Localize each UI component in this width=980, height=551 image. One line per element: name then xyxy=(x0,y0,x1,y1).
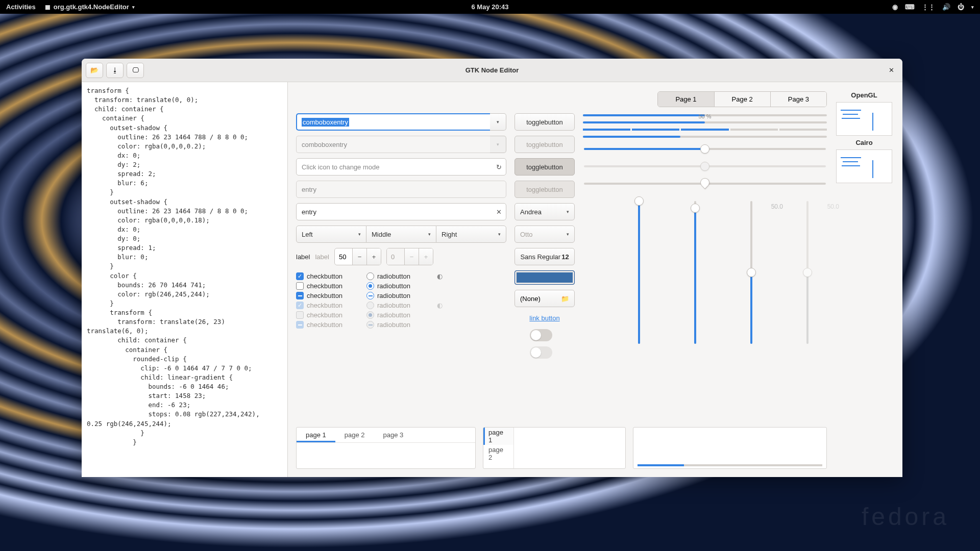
accessibility-icon[interactable]: ◉ xyxy=(892,3,898,11)
checkbutton-dis-checked: checkbutton xyxy=(296,302,357,309)
slider-h1[interactable] xyxy=(584,148,826,150)
togglebutton-4: togglebutton xyxy=(514,181,575,198)
checkbutton-checked[interactable]: checkbutton xyxy=(296,272,357,280)
radiobutton-checked[interactable]: radiobutton xyxy=(366,282,428,290)
checkbutton-dis-unchecked: checkbutton xyxy=(296,311,357,319)
togglebutton-3[interactable]: togglebutton xyxy=(514,158,575,176)
refresh-icon[interactable]: ↻ xyxy=(496,163,502,171)
network-icon[interactable]: ⋮⋮ xyxy=(922,3,935,11)
renderer-opengl-label: OpenGL xyxy=(851,91,877,99)
comboboxentry-1-input[interactable]: comboboxentry xyxy=(296,113,490,131)
slider-h3-marker[interactable] xyxy=(584,183,826,185)
slider-v4: 50.0 xyxy=(797,201,818,344)
notebook-bottom-c xyxy=(633,427,827,469)
name-dropdown-disabled: Otto xyxy=(514,226,575,243)
comboboxentry-2-dropdown: ▾ xyxy=(490,136,506,153)
spinner-icon: ◐ xyxy=(437,272,452,280)
comboboxentry-2-input: comboboxentry xyxy=(296,136,490,153)
code-editor[interactable]: transform { transform: translate(0, 0); … xyxy=(82,82,288,477)
togglebutton-1[interactable]: togglebutton xyxy=(514,113,575,131)
thumbnail-cairo[interactable] xyxy=(836,149,892,183)
file-chooser-button[interactable]: (None)📁 xyxy=(514,290,575,307)
entry-value: entry xyxy=(302,208,316,216)
spinbutton-2: 0 − + xyxy=(386,248,433,265)
entry-clearable[interactable]: entry ✕ xyxy=(296,203,506,220)
bottom-a-tab3[interactable]: page 3 xyxy=(374,428,413,442)
tab-page1[interactable]: Page 1 xyxy=(658,92,714,107)
radiobutton-dis-unchecked: radiobutton xyxy=(366,302,428,309)
download-icon: ⭳ xyxy=(112,66,118,74)
slider-v2[interactable] xyxy=(685,201,705,344)
dropdown-right[interactable]: Right xyxy=(436,226,506,243)
notebook-bottom-a: page 1 page 2 page 3 xyxy=(296,427,476,469)
levelbar-1 xyxy=(583,129,827,131)
preview-pane: Page 1 Page 2 Page 3 comboboxentry ▾ com… xyxy=(288,82,902,477)
slider-h2 xyxy=(584,165,826,167)
spinbutton-2-minus: − xyxy=(404,248,419,265)
linked-dropdowns: Left Middle Right xyxy=(296,226,506,243)
node-editor-window: 📂 ⭳ 🖵 GTK Node Editor ✕ transform { tran… xyxy=(82,59,902,477)
dropdown-middle[interactable]: Middle xyxy=(366,226,436,243)
tab-page2[interactable]: Page 2 xyxy=(715,92,771,107)
folder-open-icon: 📂 xyxy=(90,66,99,74)
power-icon[interactable]: ⏻ xyxy=(958,3,964,11)
export-button[interactable]: 🖵 xyxy=(127,63,144,78)
spin-label-1: label xyxy=(296,253,310,261)
checkbutton-dis-mixed: checkbutton xyxy=(296,321,357,329)
close-button[interactable]: ✕ xyxy=(885,64,897,77)
clock[interactable]: 6 May 20:43 xyxy=(472,3,509,11)
app-menu[interactable]: ◼ org.gtk.gtk4.NodeEditor xyxy=(45,3,135,11)
link-button[interactable]: link button xyxy=(514,314,575,322)
spin-label-2: label xyxy=(315,253,329,261)
progressbar-2 xyxy=(583,121,827,123)
bottom-b-tab2[interactable]: page 2 xyxy=(483,445,513,462)
app-icon: ◼ xyxy=(45,3,51,11)
spinbutton-1-minus[interactable]: − xyxy=(352,248,366,265)
dropdown-left[interactable]: Left xyxy=(296,226,366,243)
renderer-cairo-label: Cairo xyxy=(855,139,872,146)
renderer-sidebar: OpenGL Cairo xyxy=(834,91,894,469)
spinbutton-2-plus: + xyxy=(419,248,433,265)
titlebar: 📂 ⭳ 🖵 GTK Node Editor ✕ xyxy=(82,59,902,82)
comboboxentry-1-dropdown[interactable]: ▾ xyxy=(490,113,506,131)
check-radio-grid: checkbutton radiobutton ◐ checkbutton ra… xyxy=(296,272,506,329)
checkbutton-unchecked[interactable]: checkbutton xyxy=(296,282,357,290)
name-dropdown[interactable]: Andrea xyxy=(514,203,575,220)
app-name-label: org.gtk.gtk4.NodeEditor xyxy=(54,3,129,11)
comboboxentry-2: comboboxentry ▾ xyxy=(296,136,506,153)
slider-v3[interactable]: 50.0 xyxy=(741,201,762,344)
radiobutton-mixed[interactable]: radiobutton xyxy=(366,292,428,299)
switch-2 xyxy=(530,346,552,359)
spinbutton-1-value[interactable]: 50 xyxy=(335,248,352,265)
bottom-b-tab1[interactable]: page 1 xyxy=(483,428,513,445)
color-button[interactable] xyxy=(514,270,575,285)
notebook-bottom-b: page 1 page 2 xyxy=(483,427,626,469)
togglebutton-2: togglebutton xyxy=(514,136,575,153)
clear-icon[interactable]: ✕ xyxy=(496,208,502,216)
volume-icon[interactable]: 🔊 xyxy=(942,3,950,11)
bottom-a-tab1[interactable]: page 1 xyxy=(297,428,335,442)
activities-button[interactable]: Activities xyxy=(6,3,36,11)
font-button[interactable]: Sans Regular12 xyxy=(514,248,575,265)
spinbutton-2-value: 0 xyxy=(387,248,404,265)
spinbutton-1-plus[interactable]: + xyxy=(366,248,381,265)
gnome-topbar: Activities ◼ org.gtk.gtk4.NodeEditor 6 M… xyxy=(0,0,980,14)
input-source-icon[interactable]: ⌨ xyxy=(905,3,915,11)
checkbutton-mixed[interactable]: checkbutton xyxy=(296,292,357,299)
screen-icon: 🖵 xyxy=(132,66,139,74)
save-button[interactable]: ⭳ xyxy=(106,63,124,78)
radiobutton-dis-checked: radiobutton xyxy=(366,311,428,319)
icon-mode-placeholder: Click icon to change mode xyxy=(302,163,379,171)
switch-1[interactable] xyxy=(530,329,552,341)
icon-mode-entry[interactable]: Click icon to change mode ↻ xyxy=(296,158,506,176)
slider-v1[interactable] xyxy=(629,201,649,344)
tab-page3[interactable]: Page 3 xyxy=(771,92,826,107)
close-icon: ✕ xyxy=(889,66,894,74)
bottom-a-tab2[interactable]: page 2 xyxy=(335,428,374,442)
radiobutton-unchecked[interactable]: radiobutton xyxy=(366,272,428,280)
open-button[interactable]: 📂 xyxy=(86,63,103,78)
system-menu-caret[interactable]: ▾ xyxy=(971,5,974,10)
window-title: GTK Node Editor xyxy=(465,66,519,74)
levelbar-2 xyxy=(583,136,827,138)
thumbnail-opengl[interactable] xyxy=(836,102,892,136)
